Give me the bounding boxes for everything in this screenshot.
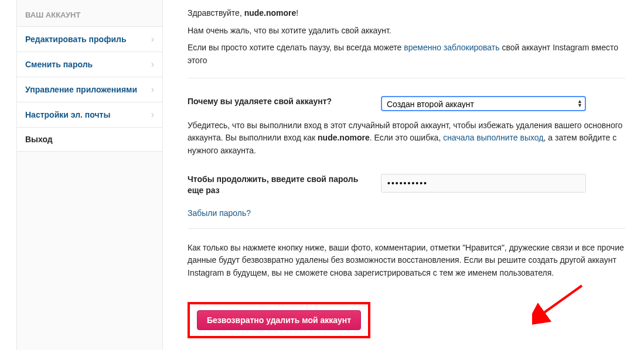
sidebar-item-label: Редактировать профиль — [25, 35, 127, 44]
chevron-right-icon: › — [151, 109, 154, 120]
chevron-right-icon: › — [151, 34, 154, 44]
divider — [188, 228, 625, 229]
sidebar-item-edit-profile[interactable]: Редактировать профиль › — [17, 26, 162, 52]
logout-first-link[interactable]: сначала выполните выход — [443, 133, 543, 142]
chevron-right-icon: › — [151, 59, 154, 70]
sidebar: ВАШ АККАУНТ Редактировать профиль › Смен… — [16, 0, 163, 350]
sidebar-header: ВАШ АККАУНТ — [17, 2, 162, 26]
temp-disable-link[interactable]: временно заблокировать — [404, 43, 499, 52]
main-content: Здравствуйте, nude.nomore! Нам очень жал… — [163, 0, 644, 350]
reason-label: Почему вы удаляете свой аккаунт? — [188, 96, 381, 108]
divider — [188, 78, 625, 78]
reason-select[interactable]: Создан второй аккаунт — [381, 96, 586, 111]
annotation-arrow-icon — [532, 280, 591, 327]
confirm-username: nude.nomore — [318, 133, 370, 142]
password-row: Чтобы продолжить, введите свой пароль ещ… — [188, 174, 625, 197]
deletion-warning: Как только вы нажмете кнопку ниже, ваши … — [188, 242, 625, 280]
sidebar-item-label: Управление приложениями — [25, 85, 137, 94]
sidebar-item-label: Настройки эл. почты — [25, 110, 110, 119]
forgot-password-link[interactable]: Забыли пароль? — [188, 208, 251, 218]
greeting: Здравствуйте, nude.nomore! — [188, 7, 625, 20]
sidebar-item-label: Выход — [25, 135, 53, 144]
sorry-text: Нам очень жаль, что вы хотите удалить св… — [188, 25, 625, 37]
sidebar-item-email-settings[interactable]: Настройки эл. почты › — [17, 102, 162, 127]
delete-account-button[interactable]: Безвозвратно удалить мой аккаунт — [197, 310, 361, 330]
svg-line-1 — [541, 286, 582, 315]
sidebar-item-change-password[interactable]: Сменить пароль › — [17, 52, 162, 77]
forgot-password-row: Забыли пароль? — [188, 207, 625, 220]
sidebar-item-manage-apps[interactable]: Управление приложениями › — [17, 77, 162, 102]
username: nude.nomore — [244, 8, 297, 18]
password-label: Чтобы продолжить, введите свой пароль ещ… — [188, 174, 381, 197]
sidebar-item-logout[interactable]: Выход — [17, 127, 162, 152]
annotation-highlight-box: Безвозвратно удалить мой аккаунт — [188, 302, 370, 338]
confirm-login-text: Убедитесь, что вы выполнили вход в этот … — [188, 119, 625, 157]
sidebar-item-label: Сменить пароль — [25, 60, 93, 69]
reason-row: Почему вы удаляете свой аккаунт? Создан … — [188, 96, 625, 111]
chevron-right-icon: › — [151, 84, 154, 95]
pause-text: Если вы просто хотите сделать паузу, вы … — [188, 42, 625, 67]
password-input[interactable] — [381, 174, 586, 193]
